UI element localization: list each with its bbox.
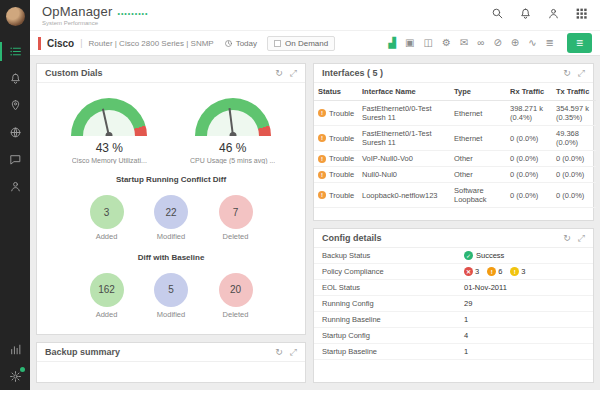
trouble-icon: !	[318, 134, 326, 142]
cpu-gauge: 46 % CPU Usage (5 mins avg) ...	[174, 98, 292, 164]
rx-traffic: 398.271 k (0.4%)	[506, 101, 552, 126]
config-value: 01-Nov-2011	[464, 283, 507, 292]
deleted-circle: 20	[219, 273, 253, 307]
interfaces-title: Interfaces ( 5 )	[322, 68, 383, 78]
sidebar-item-inventory[interactable]	[0, 38, 30, 65]
config-value: 1	[464, 315, 468, 324]
breadcrumb: Router | Cisco 2800 Series | SNMP	[89, 39, 214, 48]
table-row[interactable]: !Trouble FastEthernet0/1-Test Suresh 11 …	[314, 126, 596, 151]
interfaces-panel: Interfaces ( 5 ) ↻ ⤢ Status Interface Na…	[313, 63, 594, 221]
col-type[interactable]: Type	[450, 83, 506, 101]
modified-circle: 5	[154, 273, 188, 307]
performance-chart-icon[interactable]: ▟	[388, 38, 396, 48]
badge-count: 3	[475, 267, 479, 276]
status-label: Trouble	[329, 170, 354, 179]
config-row: Policy Compliance ✕3 !6 !3	[314, 264, 593, 280]
refresh-icon[interactable]: ↻	[275, 69, 283, 78]
rx-traffic: 0 (0.0%)	[506, 151, 552, 167]
opmanager-screen: OpManager ••••••••• System Performance C…	[0, 0, 600, 400]
col-rx-traffic[interactable]: Rx Traffic	[506, 83, 552, 101]
table-row[interactable]: !Trouble FastEthernet0/0-Test Suresh 11 …	[314, 101, 596, 126]
bell-icon	[9, 72, 22, 85]
expand-icon[interactable]: ⤢	[290, 69, 297, 78]
table-row[interactable]: !Trouble VoIP-Null0-Vo0 Other 0 (0.0%) 0…	[314, 151, 596, 167]
config-row: Running Baseline 1	[314, 312, 593, 328]
custom-dials-title: Custom Dials	[45, 68, 103, 78]
modified-circle: 22	[154, 195, 188, 229]
sidebar-item-reports[interactable]	[0, 336, 30, 363]
monitors-icon[interactable]: ◫	[423, 38, 432, 48]
traffic-graph-icon[interactable]: ∿	[528, 38, 536, 48]
custom-dials-panel: Custom Dials ↻ ⤢	[36, 63, 306, 335]
sidebar-item-alarms[interactable]	[0, 65, 30, 92]
refresh-icon[interactable]: ↻	[563, 69, 571, 78]
success-check-icon: ✓	[464, 251, 473, 260]
settings-badge	[20, 367, 25, 372]
status-label: Trouble	[329, 109, 354, 118]
table-row[interactable]: !Trouble Loopback0-netflow123 Software L…	[314, 183, 596, 208]
gear-icon	[9, 370, 22, 383]
block-icon[interactable]: ⊘	[493, 38, 501, 48]
trouble-icon: !	[318, 109, 326, 117]
sidebar-item-settings[interactable]	[0, 363, 30, 390]
account-icon[interactable]	[547, 6, 560, 24]
menu-button[interactable]: ≡	[567, 33, 592, 53]
snapshot-icon[interactable]: ▣	[405, 38, 414, 48]
search-icon[interactable]	[491, 6, 504, 24]
badge-count: 3	[521, 267, 525, 276]
web-icon[interactable]: ⊕	[511, 38, 519, 48]
config-value: 29	[464, 299, 472, 308]
col-status[interactable]: Status	[314, 83, 358, 101]
config-row: Startup Baseline 1	[314, 344, 593, 360]
on-demand-toggle[interactable]: On Demand	[267, 36, 335, 51]
circle-label: Modified	[157, 232, 185, 241]
stat-circle: 20 Deleted	[219, 273, 253, 319]
refresh-icon[interactable]: ↻	[275, 348, 283, 357]
config-label: Backup Status	[322, 251, 464, 260]
left-sidebar	[0, 0, 30, 390]
gauge-label: Cisco Memory Utilizati...	[72, 157, 147, 164]
sidebar-item-network[interactable]	[0, 119, 30, 146]
settings-tools-icon[interactable]: ⚙	[442, 38, 451, 48]
interface-name: Loopback0-netflow123	[358, 183, 450, 208]
sidebar-item-chat[interactable]	[0, 146, 30, 173]
expand-icon[interactable]: ⤢	[578, 234, 585, 243]
sidebar-item-maps[interactable]	[0, 92, 30, 119]
circle-label: Added	[96, 232, 118, 241]
circle-label: Modified	[157, 310, 185, 319]
device-name[interactable]: Cisco	[47, 38, 74, 49]
added-circle: 162	[90, 273, 124, 307]
circle-label: Deleted	[223, 310, 249, 319]
status-label: Trouble	[329, 154, 354, 163]
expand-icon[interactable]: ⤢	[578, 69, 585, 78]
device-status-indicator	[38, 37, 41, 50]
apps-grid-icon[interactable]	[575, 6, 588, 24]
globe-icon	[9, 126, 22, 139]
more-tools-icon[interactable]: ≣	[546, 38, 554, 48]
sidebar-item-users[interactable]	[0, 173, 30, 200]
gauge-hub	[229, 132, 236, 136]
on-demand-checkbox[interactable]	[274, 40, 281, 47]
gauge-hub	[106, 132, 113, 136]
rx-traffic: 0 (0.0%)	[506, 126, 552, 151]
expand-icon[interactable]: ⤢	[290, 348, 297, 357]
interface-type: Ethernet	[450, 101, 506, 126]
config-row: Startup Config 4	[314, 328, 593, 344]
top-bar: OpManager ••••••••• System Performance	[30, 0, 600, 30]
refresh-icon[interactable]: ↻	[563, 234, 571, 243]
notifications-bell-icon[interactable]	[519, 6, 532, 24]
user-avatar[interactable]	[6, 7, 25, 26]
col-interface-name[interactable]: Interface Name	[358, 83, 450, 101]
table-row[interactable]: !Trouble Null0-Nul0 Other 0 (0.0%) 0 (0.…	[314, 167, 596, 183]
interface-name: FastEthernet0/0-Test Suresh 11	[358, 101, 450, 126]
circle-label: Added	[96, 310, 118, 319]
period-selector[interactable]: Today	[224, 39, 257, 48]
mail-icon[interactable]: ✉	[460, 38, 468, 48]
period-label: Today	[236, 39, 257, 48]
app-subtitle: System Performance	[42, 20, 149, 26]
link-icon[interactable]: ∞	[477, 38, 484, 48]
col-tx-traffic[interactable]: Tx Traffic	[552, 83, 596, 101]
baseline-diff-title: Diff with Baseline	[45, 253, 297, 262]
interface-name: FastEthernet0/1-Test Suresh 11	[358, 126, 450, 151]
stat-circle: 5 Modified	[154, 273, 188, 319]
